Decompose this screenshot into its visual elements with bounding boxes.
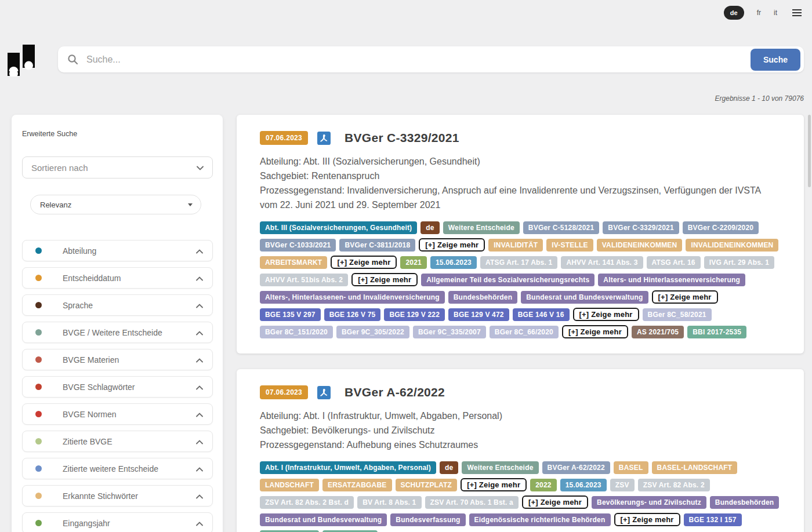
tag-bluegray[interactable]: BVGer C-1033/2021: [260, 239, 336, 252]
tag-lavender[interactable]: BGer 8C_66/2020: [490, 326, 559, 338]
filter-accordion-zitierte-weitere-entscheide[interactable]: Zitierte weitere Entscheide: [22, 458, 213, 479]
tag-sage[interactable]: Weitere Entscheide: [443, 221, 520, 234]
menu-hamburger-icon[interactable]: [790, 7, 804, 19]
tag-teal[interactable]: Abt. I (Infrastruktur, Umwelt, Abgaben, …: [260, 461, 436, 474]
tag-indigo[interactable]: BGE 146 V 16: [513, 308, 570, 321]
filter-accordion-bvge-normen[interactable]: BVGE Normen: [22, 403, 213, 425]
tag-indigo[interactable]: BGE 126 V 75: [324, 308, 381, 321]
tag-tealgreen[interactable]: BBl 2017-2535: [687, 326, 746, 338]
tag-gray[interactable]: AHVV Art. 141 Abs. 3: [561, 256, 643, 269]
show-more-button[interactable]: [+] Zeige mehr: [573, 308, 639, 321]
show-more-button[interactable]: [+] Zeige mehr: [351, 273, 418, 286]
tag-gray[interactable]: ZSV Art. 70 Abs. 1 Bst. a: [425, 496, 519, 509]
tag-gray[interactable]: ZSV Art. 82 Abs. 2 Bst. d: [260, 496, 354, 509]
filter-accordion-zitierte-bvge[interactable]: Zitierte BVGE: [22, 431, 213, 452]
tag-sage[interactable]: Weitere Entscheide: [462, 461, 538, 474]
tag-gray[interactable]: ATSG Art. 17 Abs. 1: [480, 256, 557, 269]
tag-tan[interactable]: VALIDENEINKOMMEN: [597, 239, 683, 252]
tag-bluegray[interactable]: BVGer C-5128/2021: [523, 221, 599, 234]
tag-bluegray[interactable]: BVGer C-2209/2020: [683, 221, 759, 234]
filter-color-dot: [35, 520, 42, 526]
tag-indigo[interactable]: BGE 129 V 222: [384, 308, 445, 321]
tag-gray[interactable]: ATSG Art. 16: [647, 256, 701, 269]
result-title[interactable]: BVGer A-62/2022: [345, 385, 445, 399]
tag-indigo[interactable]: BGE 135 V 297: [260, 308, 321, 321]
show-more-button[interactable]: [+] Zeige mehr: [522, 495, 588, 509]
filter-accordion-bvge-materien[interactable]: BVGE Materien: [22, 349, 213, 370]
tag-tan[interactable]: ERSATZABGABE: [322, 479, 392, 491]
sort-by-dropdown[interactable]: Sortieren nach: [22, 156, 213, 178]
filter-label: Abteilung: [63, 246, 196, 256]
tag-indigo[interactable]: BGE 132 I 157: [684, 513, 742, 526]
tag-lavender[interactable]: BGer 9C_335/2007: [413, 326, 486, 338]
lang-fr-button[interactable]: fr: [757, 9, 761, 17]
tag-tan[interactable]: INVALIDENEINKOMMEN: [686, 239, 778, 252]
show-more-button[interactable]: [+] Zeige mehr: [331, 256, 397, 269]
tag-purple[interactable]: Bundesrat und Bundesverwaltung: [521, 291, 648, 304]
tag-bluegray[interactable]: BVGer A-62/2022: [542, 461, 610, 474]
filter-accordion-erkannte-stichw-rter[interactable]: Erkannte Stichwörter: [22, 485, 213, 507]
tag-gray[interactable]: IVG Art. 29 Abs. 1: [704, 256, 774, 269]
show-more-button[interactable]: [+] Zeige mehr: [652, 290, 718, 304]
show-more-button[interactable]: [+] Zeige mehr: [562, 325, 628, 338]
tag-tan[interactable]: BASEL: [614, 461, 648, 474]
tag-purple[interactable]: Eidgenössische richterliche Behörden: [469, 513, 611, 526]
show-more-button[interactable]: [+] Zeige mehr: [614, 513, 680, 526]
tag-brown[interactable]: de: [440, 461, 458, 474]
show-more-button[interactable]: [+] Zeige mehr: [461, 478, 527, 491]
filter-accordion-eingangsjahr[interactable]: Eingangsjahr: [22, 512, 213, 532]
tag-green[interactable]: 2022: [530, 479, 557, 491]
tag-green[interactable]: 2021: [400, 256, 427, 269]
result-title[interactable]: BVGer C-3329/2021: [345, 131, 459, 145]
filter-accordion-bvge-weitere-entscheide[interactable]: BVGE / Weitere Entscheide: [22, 322, 213, 343]
tag-tan[interactable]: ARBEITSMARKT: [260, 256, 327, 269]
tag-tan[interactable]: LANDSCHAFT: [260, 479, 319, 491]
advanced-search-sidebar: Erweiterte Suche Sortieren nach Relevanz…: [12, 115, 223, 532]
tag-gray[interactable]: BV Art. 8 Abs. 1: [357, 496, 421, 509]
tag-purple[interactable]: Bundesbehörden: [710, 496, 779, 509]
tag-tan[interactable]: BASEL-LANDSCHAFT: [652, 461, 738, 474]
tag-purple[interactable]: Alters- und Hinterlassenenversicherung: [598, 274, 745, 286]
tag-tan[interactable]: SCHUTZPLATZ: [396, 479, 458, 491]
search-submit-button[interactable]: Suche: [751, 49, 800, 71]
filter-color-dot: [35, 302, 42, 308]
pdf-icon[interactable]: [317, 386, 331, 399]
tag-purple[interactable]: Bundesverfassung: [390, 513, 465, 526]
scrollbar-thumb[interactable]: [808, 115, 811, 187]
tag-blue[interactable]: 15.06.2023: [560, 479, 607, 491]
filter-accordion-sprache[interactable]: Sprache: [22, 294, 213, 316]
filter-accordion-bvge-schlagw-rter[interactable]: BVGE Schlagwörter: [22, 376, 213, 398]
tag-tan[interactable]: IV-STELLE: [546, 239, 593, 252]
tag-lavender[interactable]: BGer 9C_305/2022: [336, 326, 409, 338]
tag-blue[interactable]: 15.06.2023: [430, 256, 477, 269]
tag-tan[interactable]: INVALIDITÄT: [488, 239, 543, 252]
show-more-button[interactable]: [+] Zeige mehr: [419, 238, 485, 252]
lang-it-button[interactable]: it: [774, 9, 777, 17]
filter-accordion-entscheiddatum[interactable]: Entscheiddatum: [22, 267, 213, 289]
pdf-icon[interactable]: [317, 132, 331, 145]
chevron-up-icon: [196, 300, 203, 311]
tag-bluegray[interactable]: BVGer C-3811/2018: [339, 239, 415, 252]
tag-purple[interactable]: Bundesrat und Bundesverwaltung: [260, 513, 387, 526]
tag-purple[interactable]: Alters-, Hinterlassenen- und Invalidenve…: [260, 291, 445, 304]
result-description-line: Sachgebiet: Rentenanspruch: [260, 169, 781, 183]
tag-gray[interactable]: ZSV: [610, 479, 635, 491]
tag-bluegray[interactable]: BVGer C-3329/2021: [603, 221, 679, 234]
sort-value-select[interactable]: Relevanz: [30, 195, 201, 214]
tag-purple[interactable]: Bundesbehörden: [448, 291, 517, 304]
tag-brown[interactable]: de: [420, 221, 439, 234]
chevron-up-icon: [196, 518, 203, 529]
tag-teal[interactable]: Abt. III (Sozialversicherungen, Gesundhe…: [260, 221, 417, 234]
tag-purple[interactable]: Allgemeiner Teil des Sozialversicherungs…: [421, 274, 594, 286]
tag-gray[interactable]: ZSV Art. 82 Abs. 2: [638, 479, 710, 491]
lang-de-button[interactable]: de: [724, 6, 744, 20]
tag-maroon[interactable]: AS 2021/705: [632, 326, 684, 338]
filter-accordion-abteilung[interactable]: Abteilung: [22, 240, 213, 261]
search-input[interactable]: [86, 54, 751, 65]
tag-lavender[interactable]: BGer 8C_151/2020: [260, 326, 333, 338]
tag-purple[interactable]: Bevölkerungs- und Zivilschutz: [592, 496, 706, 509]
tag-gray[interactable]: AHVV Art. 51bis Abs. 2: [260, 274, 348, 286]
tag-indigo[interactable]: BGE 129 V 472: [448, 308, 509, 321]
tag-lavender[interactable]: BGer 8C_58/2021: [643, 308, 712, 321]
filter-color-dot: [35, 329, 42, 336]
